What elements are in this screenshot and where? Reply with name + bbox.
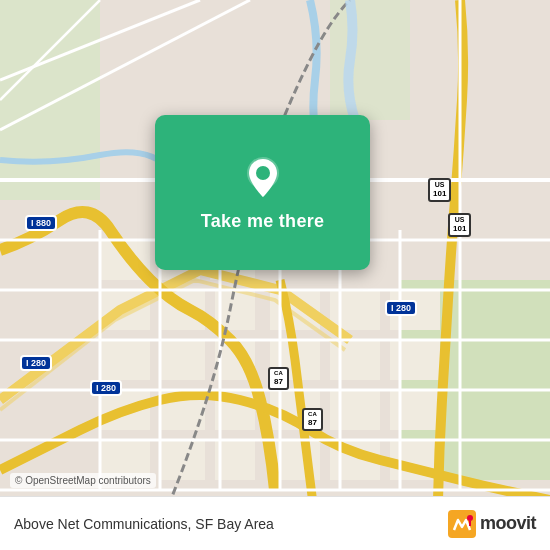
svg-rect-23	[330, 390, 380, 430]
svg-rect-2	[330, 0, 410, 120]
svg-rect-50	[448, 510, 476, 538]
svg-point-49	[256, 166, 270, 180]
badge-i880: I 880	[25, 215, 57, 231]
svg-rect-14	[160, 340, 205, 380]
badge-ca87-bottom: CA 87	[302, 408, 323, 431]
location-pin-icon	[239, 153, 287, 201]
moovit-logo: moovit	[448, 510, 536, 538]
osm-attribution: © OpenStreetMap contributors	[10, 473, 156, 488]
location-text: Above Net Communications, SF Bay Area	[14, 516, 448, 532]
svg-rect-18	[390, 340, 440, 380]
badge-i280-left: I 280	[20, 355, 52, 371]
svg-rect-24	[390, 390, 440, 430]
svg-rect-11	[330, 290, 380, 330]
svg-rect-13	[100, 340, 150, 380]
moovit-brand-text: moovit	[480, 513, 536, 534]
map-container: I 880 I 280 I 280 I 280 US 101 US 101 CA…	[0, 0, 550, 550]
svg-rect-26	[160, 440, 205, 480]
take-me-label: Take me there	[201, 211, 325, 232]
badge-i280-right: I 280	[385, 300, 417, 316]
map-background	[0, 0, 550, 550]
badge-i280-center: I 280	[90, 380, 122, 396]
bottom-bar: Above Net Communications, SF Bay Area mo…	[0, 496, 550, 550]
badge-us101-top: US 101	[428, 178, 451, 202]
badge-us101-bottom: US 101	[448, 213, 471, 237]
svg-point-51	[467, 515, 473, 521]
take-me-card[interactable]: Take me there	[155, 115, 370, 270]
svg-rect-1	[0, 0, 100, 200]
moovit-icon	[448, 510, 476, 538]
badge-ca87-top: CA 87	[268, 367, 289, 390]
